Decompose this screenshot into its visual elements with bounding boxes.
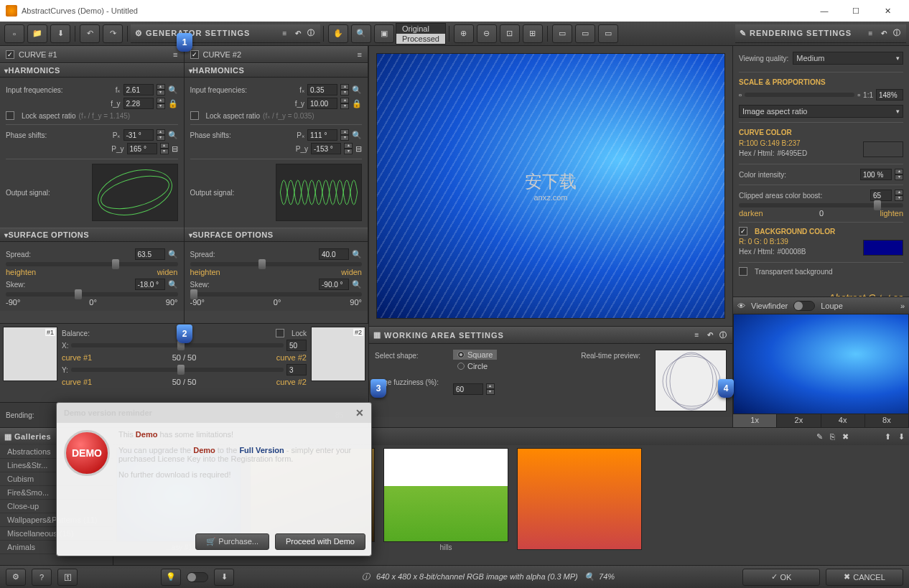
main-preview[interactable]: 安下载 anxz.com <box>376 53 725 319</box>
lock-icon[interactable]: ▫ <box>857 90 860 99</box>
spread2-input[interactable]: 40.0 <box>319 248 349 260</box>
clipped-input[interactable]: 65 <box>870 190 892 201</box>
bg-color-swatch[interactable] <box>863 240 903 256</box>
menu-icon[interactable]: ≡ <box>866 28 876 38</box>
skew2-slider[interactable] <box>190 292 363 297</box>
edit-icon[interactable]: ✎ <box>816 432 823 442</box>
theme-toggle[interactable] <box>187 572 208 582</box>
menu-icon[interactable]: ≡ <box>280 28 290 38</box>
aspect-dropdown[interactable]: Image aspect ratio <box>739 105 903 118</box>
lock-icon[interactable]: 🔒 <box>352 99 362 108</box>
actual-size-icon[interactable]: ⊞ <box>523 24 543 43</box>
spread-input[interactable]: 63.5 <box>135 248 165 260</box>
ok-button[interactable]: ✓ OK <box>742 569 820 586</box>
search-icon[interactable]: 🔍 <box>352 85 362 95</box>
px-input[interactable]: -31 ° <box>123 129 154 141</box>
close-button[interactable]: ✕ <box>872 1 903 21</box>
fy-input[interactable]: 2.28 <box>123 98 154 109</box>
zoom-in-icon[interactable]: ⊕ <box>454 24 474 43</box>
px2-input[interactable]: 111 ° <box>307 129 337 141</box>
maximize-button[interactable]: ☐ <box>840 1 872 21</box>
curve1-thumb[interactable]: #1 <box>3 327 57 381</box>
info-icon[interactable]: ⓘ <box>306 28 316 38</box>
balance-y-value[interactable]: 3 <box>286 364 307 375</box>
skew-slider[interactable] <box>6 292 178 297</box>
compare-icon[interactable]: ▣ <box>374 24 394 43</box>
zoom-4x[interactable]: 4x <box>821 414 865 427</box>
open-file-icon[interactable]: 📁 <box>27 24 47 43</box>
lock-aspect-checkbox[interactable] <box>6 111 14 120</box>
reset-icon[interactable]: ↶ <box>293 28 303 38</box>
spread2-slider[interactable] <box>190 262 363 266</box>
zoom-8x[interactable]: 8x <box>865 414 909 427</box>
search-icon[interactable]: 🔍 <box>168 250 178 259</box>
proceed-button[interactable]: Proceed with Demo <box>275 533 365 550</box>
download-icon[interactable]: ⬇ <box>214 569 234 586</box>
cancel-button[interactable]: ✖ CANCEL <box>826 569 903 586</box>
key-icon[interactable]: ⚿ <box>57 569 78 586</box>
bulb-icon[interactable]: 💡 <box>161 569 181 586</box>
tab-processed[interactable]: Processed <box>396 34 445 44</box>
viewfinder-toggle[interactable] <box>793 301 815 311</box>
upload-icon[interactable]: ⬆ <box>885 432 891 442</box>
help-icon[interactable]: ? <box>32 569 52 586</box>
shape-square[interactable]: Square <box>453 350 497 360</box>
balance-x-value[interactable]: 50 <box>286 340 307 351</box>
search-icon[interactable]: 🔍 <box>168 85 178 95</box>
purchase-button[interactable]: 🛒 Purchase... <box>195 533 269 550</box>
dialog-close-button[interactable]: ✕ <box>355 407 364 419</box>
menu-icon[interactable]: ≡ <box>173 50 177 59</box>
info-icon[interactable]: ⓘ <box>892 28 902 38</box>
preview-mode-tabs[interactable]: Original Processed <box>396 23 446 45</box>
save-icon[interactable]: ⬇ <box>50 24 70 43</box>
hand-tool-icon[interactable]: ✋ <box>328 24 348 43</box>
fit-icon[interactable]: ⊡ <box>500 24 520 43</box>
new-file-icon[interactable]: ▫ <box>4 24 24 43</box>
bgcolor-checkbox[interactable]: ✓ <box>739 227 747 235</box>
menu-icon[interactable]: ≡ <box>358 50 362 59</box>
skew2-input[interactable]: -90.0 ° <box>319 279 349 290</box>
spread-slider[interactable] <box>6 262 178 266</box>
settings-icon[interactable]: ⚙ <box>6 569 26 586</box>
edge-fuzziness-input[interactable]: 60 <box>453 383 483 395</box>
copy-icon[interactable]: ⎘ <box>830 432 835 441</box>
intensity-input[interactable]: 100 % <box>860 169 892 180</box>
link-icon[interactable]: ⊟ <box>172 144 178 154</box>
zoom-tool-icon[interactable]: 🔍 <box>351 24 371 43</box>
balance-x-slider[interactable] <box>71 343 284 347</box>
curve1-checkbox[interactable]: ✓ <box>6 50 14 59</box>
fx2-input[interactable]: 0.35 <box>307 84 337 95</box>
fy2-input[interactable]: 10.00 <box>307 98 337 109</box>
gallery-thumb[interactable] <box>517 448 642 553</box>
search-icon[interactable]: 🔍 <box>168 280 178 289</box>
tab-original[interactable]: Original <box>396 24 445 34</box>
clipped-slider[interactable] <box>739 203 903 207</box>
curve2-tab[interactable]: ✓ CURVE #2 ≡ <box>185 46 368 63</box>
preview2-icon[interactable]: ▭ <box>575 24 595 43</box>
minimize-button[interactable]: — <box>808 1 840 21</box>
scale-percent[interactable]: 148% <box>876 89 903 101</box>
balance-y-slider[interactable] <box>71 368 284 372</box>
viewing-quality-dropdown[interactable]: Medium <box>793 52 903 65</box>
lock-icon[interactable]: 🔒 <box>168 99 178 108</box>
delete-icon[interactable]: ✖ <box>842 432 849 442</box>
download-icon[interactable]: ⬇ <box>898 432 905 442</box>
curve2-thumb[interactable]: #2 <box>311 327 365 381</box>
zoom-2x[interactable]: 2x <box>777 414 821 427</box>
transparent-checkbox[interactable] <box>739 267 747 276</box>
scale-slider[interactable] <box>745 93 854 97</box>
curve2-checkbox[interactable]: ✓ <box>190 50 199 59</box>
redo-icon[interactable]: ↷ <box>103 24 123 43</box>
py-input[interactable]: 165 ° <box>127 143 157 154</box>
reset-icon[interactable]: ↶ <box>879 28 889 38</box>
curve1-tab[interactable]: ✓ CURVE #1 ≡ <box>0 46 184 63</box>
search-icon[interactable]: 🔍 <box>168 131 178 140</box>
zoom-1x[interactable]: 1x <box>733 414 777 427</box>
gallery-thumb[interactable]: hills <box>383 448 508 553</box>
balance-lock-checkbox[interactable] <box>276 329 284 337</box>
shape-circle[interactable]: Circle <box>453 361 497 371</box>
py2-input[interactable]: -153 ° <box>311 143 341 154</box>
skew-input[interactable]: -18.0 ° <box>135 279 165 290</box>
preview1-icon[interactable]: ▭ <box>552 24 572 43</box>
zoom-out-icon[interactable]: ⊖ <box>477 24 497 43</box>
